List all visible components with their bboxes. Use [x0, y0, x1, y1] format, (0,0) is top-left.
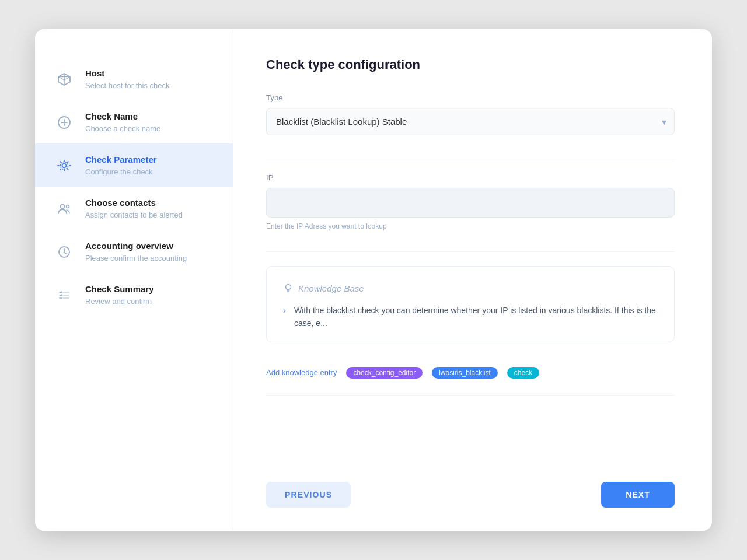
- divider-3: [266, 395, 675, 396]
- sidebar-checkname-subtitle: Choose a check name: [85, 124, 160, 133]
- sidebar-item-accounting[interactable]: Accounting overview Please confirm the a…: [35, 230, 233, 273]
- add-knowledge-row: Add knowledge entry check_config_editor …: [266, 367, 675, 379]
- bulb-icon: [283, 283, 294, 293]
- sidebar-accounting-subtitle: Please confirm the accounting: [85, 254, 187, 262]
- sidebar-host-subtitle: Select host for this check: [85, 81, 170, 90]
- knowledge-header: Knowledge Base: [283, 283, 658, 293]
- sidebar-item-check-parameter[interactable]: Check Parameter Configure the check: [35, 144, 233, 187]
- tag-lwosiris-blacklist: lwosiris_blacklist: [432, 367, 498, 379]
- tag-check: check: [507, 367, 539, 379]
- next-button[interactable]: NEXT: [601, 482, 675, 508]
- sidebar-summary-subtitle: Review and confirm: [85, 297, 154, 306]
- box-icon: [54, 69, 75, 90]
- page-title: Check type configuration: [266, 57, 675, 72]
- svg-point-4: [67, 205, 69, 208]
- svg-point-3: [61, 205, 65, 209]
- sidebar: Host Select host for this check Check Na…: [35, 29, 233, 531]
- type-select[interactable]: Blacklist (Blacklist Lookup) Stable HTTP…: [266, 108, 675, 135]
- sidebar-checkname-title: Check Name: [85, 111, 160, 123]
- knowledge-entry: › With the blacklist check you can deter…: [283, 304, 658, 330]
- sidebar-contacts-subtitle: Assign contacts to be alerted: [85, 211, 183, 219]
- add-knowledge-link[interactable]: Add knowledge entry: [266, 368, 337, 377]
- knowledge-box: Knowledge Base › With the blacklist chec…: [266, 266, 675, 342]
- divider-1: [266, 159, 675, 159]
- previous-button[interactable]: PREVIOUS: [266, 482, 351, 508]
- sidebar-item-summary[interactable]: Check Summary Review and confirm: [35, 273, 233, 316]
- ip-label: IP: [266, 173, 675, 182]
- tag-check-config-editor: check_config_editor: [346, 367, 423, 379]
- svg-point-1: [62, 164, 67, 168]
- main-content: Check type configuration Type Blacklist …: [233, 29, 712, 531]
- type-select-wrapper: Blacklist (Blacklist Lookup) Stable HTTP…: [266, 108, 675, 135]
- checklist-icon: [54, 285, 75, 306]
- chevron-right-icon: ›: [283, 305, 286, 315]
- ip-section: IP Enter the IP Adress you want to looku…: [266, 173, 675, 242]
- sidebar-checkparam-title: Check Parameter: [85, 154, 157, 166]
- sidebar-item-choose-contacts[interactable]: Choose contacts Assign contacts to be al…: [35, 187, 233, 230]
- clock-icon: [54, 242, 75, 262]
- actions-row: PREVIOUS NEXT: [266, 468, 675, 508]
- knowledge-entry-text: With the blacklist check you can determi…: [294, 304, 658, 330]
- gear-icon: [54, 155, 75, 176]
- sidebar-host-title: Host: [85, 68, 170, 79]
- sidebar-accounting-title: Accounting overview: [85, 240, 187, 252]
- plus-circle-icon: [54, 112, 75, 133]
- divider-2: [266, 251, 675, 252]
- ip-input[interactable]: [266, 188, 675, 218]
- sidebar-summary-title: Check Summary: [85, 284, 154, 295]
- sidebar-item-host[interactable]: Host Select host for this check: [35, 57, 233, 100]
- svg-point-2: [61, 162, 68, 170]
- sidebar-item-check-name[interactable]: Check Name Choose a check name: [35, 100, 233, 144]
- type-label: Type: [266, 93, 675, 102]
- people-icon: [54, 198, 75, 219]
- sidebar-checkparam-subtitle: Configure the check: [85, 167, 157, 176]
- modal-container: Host Select host for this check Check Na…: [35, 29, 712, 531]
- ip-hint: Enter the IP Adress you want to lookup: [266, 222, 675, 230]
- sidebar-contacts-title: Choose contacts: [85, 197, 183, 209]
